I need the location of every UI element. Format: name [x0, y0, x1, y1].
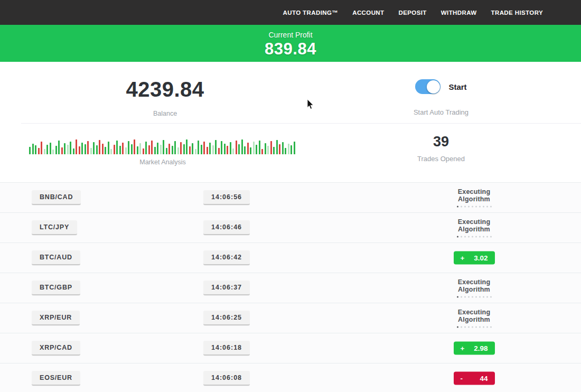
chart-bar: [85, 144, 86, 154]
chart-bar: [259, 141, 260, 154]
executing-progress-dots: [441, 206, 507, 208]
chart-bar: [250, 147, 251, 154]
pair-tag[interactable]: BTC/GBP: [32, 281, 80, 295]
chart-bar: [276, 140, 278, 154]
executing-progress-dots: [441, 236, 507, 238]
auto-trading-label: Start Auto Trading: [370, 108, 512, 116]
chart-bar: [55, 146, 57, 154]
progress-dot: [483, 206, 484, 208]
time-tag: 14:06:25: [203, 311, 250, 325]
progress-dot: [468, 296, 470, 298]
nav-item-deposit[interactable]: DEPOSIT: [399, 10, 427, 16]
chart-bar: [61, 147, 63, 154]
chart-bar: [44, 149, 45, 154]
chart-bar: [122, 143, 124, 154]
chart-bar: [177, 147, 179, 154]
chart-bar: [105, 147, 106, 154]
progress-dot: [475, 296, 477, 298]
chart-bar: [160, 145, 162, 154]
nav-item-account[interactable]: ACCOUNT: [352, 10, 384, 16]
progress-dot: [486, 236, 488, 238]
trade-result: Executing Algorithm: [441, 309, 507, 328]
trades-opened-block: 39 Trades Opened: [370, 134, 512, 163]
trade-row: BNB/CAD 14:06:56 Executing Algorithm: [0, 182, 581, 212]
progress-dot: [479, 296, 481, 298]
divider: [21, 123, 581, 124]
badge-sign: -: [461, 374, 463, 382]
progress-dot: [464, 296, 466, 298]
chart-bar: [224, 144, 226, 154]
chart-bar: [294, 142, 295, 154]
profit-banner: Current Profit 839.84: [0, 25, 581, 62]
chart-bar: [288, 144, 289, 154]
chart-bar: [212, 145, 214, 154]
chart-bar: [183, 144, 185, 154]
nav-item-auto-trading[interactable]: AUTO TRADING™: [283, 10, 339, 16]
nav-item-trade-history[interactable]: TRADE HISTORY: [491, 10, 543, 16]
time-tag: 14:06:18: [203, 341, 250, 356]
progress-dot: [479, 236, 481, 238]
executing-label: Executing Algorithm: [441, 309, 507, 323]
badge-sign: +: [461, 344, 465, 352]
chart-bar: [145, 142, 147, 154]
nav-item-withdraw[interactable]: WITHDRAW: [441, 10, 477, 16]
chart-bar: [73, 148, 74, 154]
pair-tag[interactable]: XRP/CAD: [32, 341, 80, 356]
progress-dot: [468, 326, 470, 328]
progress-dot: [483, 296, 484, 298]
chart-bar: [110, 149, 112, 154]
progress-dot: [461, 326, 462, 328]
progress-dot: [490, 206, 492, 208]
time-tag: 14:06:37: [203, 281, 250, 295]
chart-bar: [247, 143, 249, 154]
progress-dot: [490, 236, 492, 238]
market-analysis-block: Market Analysis: [29, 136, 296, 166]
trade-list: BNB/CAD 14:06:56 Executing Algorithm LTC…: [0, 182, 581, 392]
chart-bar: [131, 144, 133, 154]
progress-dot: [472, 296, 473, 298]
time-tag: 14:06:42: [203, 250, 250, 265]
pair-tag[interactable]: BTC/AUD: [32, 250, 80, 265]
progress-dot: [464, 326, 466, 328]
trade-result: Executing Algorithm: [441, 218, 507, 238]
loss-badge: -44: [454, 371, 495, 385]
progress-dot: [486, 206, 488, 208]
chart-bar: [64, 143, 65, 154]
chart-bar: [244, 146, 246, 154]
pair-tag[interactable]: LTC/JPY: [32, 220, 77, 235]
chart-bar: [230, 142, 231, 154]
progress-dot: [475, 236, 477, 238]
chart-bar: [273, 147, 275, 154]
profit-badge: +2.98: [454, 342, 495, 355]
chart-bar: [114, 145, 115, 154]
chart-bar: [137, 146, 138, 154]
chart-bar: [29, 147, 31, 154]
progress-dot: [479, 206, 481, 208]
chart-bar: [180, 142, 182, 154]
time-tag: 14:06:46: [203, 220, 250, 235]
pair-tag[interactable]: BNB/CAD: [32, 190, 81, 205]
progress-dot: [483, 326, 484, 328]
chart-bar: [238, 144, 240, 154]
chart-bar: [221, 141, 222, 154]
chart-bar: [174, 141, 176, 154]
market-analysis-label: Market Analysis: [29, 158, 296, 166]
chart-bar: [35, 145, 36, 154]
progress-dot: [486, 326, 488, 328]
chart-bar: [265, 143, 266, 154]
pair-tag[interactable]: XRP/EUR: [32, 311, 80, 325]
chart-bar: [93, 142, 95, 154]
progress-dot: [461, 296, 462, 298]
chart-bar: [282, 142, 284, 154]
profit-badge: +3.02: [454, 251, 495, 265]
chart-bar: [70, 142, 71, 154]
chart-bar: [227, 146, 228, 154]
chart-bar: [67, 145, 69, 154]
chart-bar: [168, 144, 170, 154]
auto-trading-toggle[interactable]: [415, 79, 441, 94]
badge-value: 3.02: [474, 254, 488, 262]
progress-dot: [461, 206, 462, 208]
balance-label: Balance: [74, 110, 256, 117]
pair-tag[interactable]: EOS/EUR: [32, 371, 80, 386]
chart-bar: [157, 143, 158, 154]
